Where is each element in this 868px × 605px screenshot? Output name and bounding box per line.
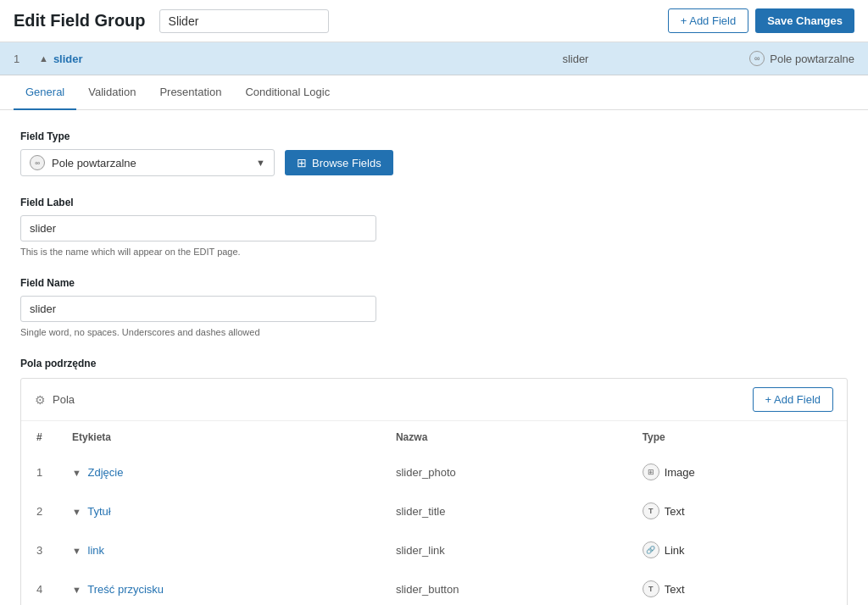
- row-label-4: ▼ Treść przycisku: [58, 570, 381, 605]
- row-slug-2: slider_title: [382, 492, 627, 530]
- field-row-name[interactable]: slider: [53, 53, 402, 65]
- field-link-1[interactable]: Zdjęcie: [88, 466, 124, 479]
- col-nazwa: Nazwa: [382, 423, 627, 452]
- field-type-select-icon: ∞: [30, 155, 45, 170]
- form-area: Field Type ∞ Pole powtarzalne ▼ ⊞ Browse…: [0, 110, 868, 605]
- add-field-label: + Add Field: [681, 14, 736, 27]
- type-icon-link-3: 🔗: [643, 541, 659, 558]
- subfields-header-left: ⚙ Pola: [35, 393, 75, 407]
- row-slug-4: slider_button: [382, 570, 627, 605]
- field-type-select[interactable]: ∞ Pole powtarzalne ▼: [20, 149, 275, 176]
- row-label-3: ▼ link: [58, 531, 381, 569]
- expand-btn-4[interactable]: ▼: [72, 585, 81, 595]
- subfields-section: Pola podrzędne ⚙ Pola + Add Field: [20, 358, 848, 605]
- field-type-select-label: Pole powtarzalne: [52, 157, 249, 169]
- group-name-input[interactable]: [159, 9, 329, 33]
- top-bar-right: + Add Field Save Changes: [668, 8, 854, 33]
- expand-btn-2[interactable]: ▼: [72, 507, 81, 517]
- type-icon-text-2: T: [643, 502, 659, 519]
- type-cell-3: 🔗 Link: [643, 541, 832, 558]
- type-label-4: Text: [665, 583, 685, 596]
- row-num-3: 3: [23, 531, 57, 569]
- field-row-slug: slider: [402, 53, 750, 65]
- page-title: Edit Field Group: [14, 11, 146, 31]
- field-row-header: 1 ▲ slider slider ∞ Pole powtarzalne: [0, 42, 868, 75]
- field-link-3[interactable]: link: [88, 544, 105, 557]
- tab-presentation[interactable]: Presentation: [147, 75, 233, 110]
- field-name-hint: Single word, no spaces. Underscores and …: [20, 327, 848, 337]
- row-num-1: 1: [23, 453, 57, 491]
- field-link-2[interactable]: Tytuł: [87, 505, 110, 518]
- top-bar: Edit Field Group + Add Field Save Change…: [0, 0, 868, 42]
- tab-validation[interactable]: Validation: [76, 75, 147, 110]
- type-icon-text-4: T: [643, 580, 659, 597]
- row-type-1: ⊞ Image: [629, 453, 845, 491]
- subfields-tbody: 1 ▼ Zdjęcie slider_photo ⊞ Image: [23, 453, 845, 605]
- type-label-2: Text: [665, 505, 685, 518]
- subfields-header: ⚙ Pola + Add Field: [21, 379, 847, 421]
- field-label-hint: This is the name which will appear on th…: [20, 247, 848, 257]
- table-row: 4 ▼ Treść przycisku slider_button T Text: [23, 570, 845, 605]
- subfields-table: # Etykieta Nazwa Type 1 ▼ Zdjęcie: [21, 421, 847, 605]
- type-cell-4: T Text: [643, 580, 832, 597]
- field-name-label: Field Name: [20, 277, 848, 289]
- field-label-group: Field Label This is the name which will …: [20, 197, 848, 257]
- browse-fields-label: Browse Fields: [312, 157, 381, 169]
- subfields-section-label: Pola podrzędne: [20, 358, 848, 369]
- top-bar-left: Edit Field Group: [14, 9, 329, 33]
- tab-conditional-logic[interactable]: Conditional Logic: [233, 75, 342, 110]
- table-row: 1 ▼ Zdjęcie slider_photo ⊞ Image: [23, 453, 845, 491]
- table-row: 2 ▼ Tytuł slider_title T Text: [23, 492, 845, 530]
- main-content: General Validation Presentation Conditio…: [0, 75, 868, 605]
- expand-btn-3[interactable]: ▼: [72, 546, 81, 556]
- row-type-3: 🔗 Link: [629, 531, 845, 569]
- col-type: Type: [629, 423, 845, 452]
- subfields-add-field-label: + Add Field: [765, 393, 821, 406]
- subfields-box-label: Pola: [53, 393, 75, 406]
- row-slug-1: slider_photo: [382, 453, 627, 491]
- tabs: General Validation Presentation Conditio…: [0, 75, 868, 110]
- col-hash: #: [23, 423, 57, 452]
- type-icon-image-1: ⊞: [643, 463, 659, 480]
- field-row-number: 1: [14, 53, 39, 65]
- field-row-toggle[interactable]: ▲: [39, 53, 48, 64]
- type-cell-2: T Text: [643, 502, 832, 519]
- row-label-1: ▼ Zdjęcie: [58, 453, 381, 491]
- field-name-input[interactable]: [20, 296, 376, 322]
- field-type-group: Field Type ∞ Pole powtarzalne ▼ ⊞ Browse…: [20, 130, 848, 176]
- field-type-label: Field Type: [20, 130, 848, 142]
- expand-btn-1[interactable]: ▼: [72, 468, 81, 478]
- table-row: 3 ▼ link slider_link 🔗 Link: [23, 531, 845, 569]
- field-label-input[interactable]: [20, 215, 376, 241]
- browse-fields-button[interactable]: ⊞ Browse Fields: [285, 150, 393, 175]
- row-type-2: T Text: [629, 492, 845, 530]
- field-type-icon: ∞: [749, 51, 765, 66]
- save-changes-label: Save Changes: [767, 14, 843, 27]
- row-num-2: 2: [23, 492, 57, 530]
- row-slug-3: slider_link: [382, 531, 627, 569]
- field-name-group: Field Name Single word, no spaces. Under…: [20, 277, 848, 337]
- subfields-add-field-button[interactable]: + Add Field: [753, 387, 833, 412]
- col-etykieta: Etykieta: [58, 423, 381, 452]
- subfields-box: ⚙ Pola + Add Field # Etykieta Nazwa: [20, 378, 848, 605]
- field-row-type-label: Pole powtarzalne: [770, 53, 854, 65]
- field-type-row: ∞ Pole powtarzalne ▼ ⊞ Browse Fields: [20, 149, 848, 176]
- row-num-4: 4: [23, 570, 57, 605]
- type-label-3: Link: [665, 544, 685, 557]
- field-link-4[interactable]: Treść przycisku: [87, 583, 164, 596]
- row-label-2: ▼ Tytuł: [58, 492, 381, 530]
- field-row-type: ∞ Pole powtarzalne: [749, 51, 854, 66]
- row-type-4: T Text: [629, 570, 845, 605]
- tab-general[interactable]: General: [14, 75, 76, 110]
- type-label-1: Image: [665, 466, 695, 479]
- add-field-button[interactable]: + Add Field: [668, 8, 748, 33]
- grid-icon: ⊞: [297, 156, 307, 169]
- save-changes-button[interactable]: Save Changes: [755, 8, 854, 33]
- chevron-down-icon: ▼: [256, 158, 265, 168]
- type-cell-1: ⊞ Image: [643, 463, 832, 480]
- field-label-label: Field Label: [20, 197, 848, 208]
- settings-icon: ⚙: [35, 393, 46, 407]
